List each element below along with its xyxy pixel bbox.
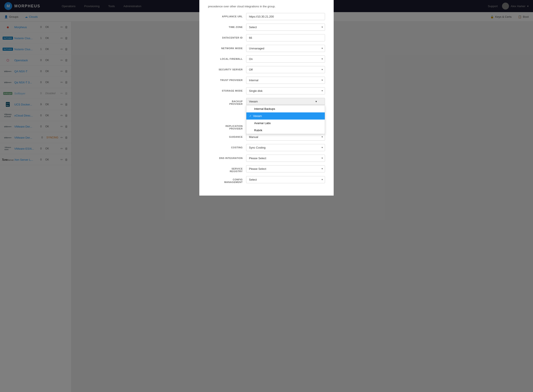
storage-mode-wrap: Single disk ▾ [246, 87, 325, 94]
config-management-label: CONFIGMANAGEMENT [208, 176, 243, 183]
backup-option-avamar[interactable]: Avamar Labs [246, 120, 325, 127]
service-registry-wrap: Please Select ▾ [246, 165, 325, 173]
dns-integration-label: DNS INTEGRATION [208, 155, 243, 159]
backup-provider-chevron-down-icon: ▾ [316, 100, 317, 103]
timezone-row: TIME ZONE Select ▾ [208, 23, 325, 31]
backup-option-internal-backups[interactable]: Internal Backups [246, 105, 325, 112]
backup-option-rubrik[interactable]: Rubrik [246, 127, 325, 134]
replication-provider-label: REPLICATIONPROVIDER [208, 123, 243, 130]
datacenter-id-wrap [246, 34, 325, 41]
backup-option-veeam[interactable]: ✓ Veeam [246, 112, 325, 120]
costing-row: COSTING Sync Costing ▾ [208, 144, 325, 151]
security-server-select[interactable]: Off [246, 66, 325, 73]
backup-provider-dropdown: Internal Backups ✓ Veeam Avamar Labs [246, 105, 325, 134]
modal-dialog: precedence over other cloud integrations… [199, 22, 334, 196]
dns-integration-row: DNS INTEGRATION Please Select ▾ [208, 155, 325, 162]
datacenter-id-row: DATACENTER ID [208, 34, 325, 41]
trust-provider-wrap: Internal ▾ [246, 77, 325, 84]
costing-wrap: Sync Costing ▾ [246, 144, 325, 151]
service-registry-label: SERVICEREGISTRY [208, 165, 243, 173]
modal-overlay: precedence over other cloud integrations… [0, 22, 533, 392]
guidance-label: GUIDANCE [208, 133, 243, 138]
local-firewall-row: LOCAL FIREWALL On ▾ [208, 56, 325, 63]
backup-provider-label: BACKUPPROVIDER [208, 98, 243, 105]
security-server-wrap: Off ▾ [246, 66, 325, 73]
local-firewall-select[interactable]: On [246, 56, 325, 63]
trust-provider-row: TRUST PROVIDER Internal ▾ [208, 77, 325, 84]
trust-provider-select[interactable]: Internal [246, 77, 325, 84]
storage-mode-label: STORAGE MODE [208, 87, 243, 92]
backup-provider-wrap: Veeam ▾ Internal Backups ✓ Veeam [246, 98, 325, 105]
datacenter-id-label: DATACENTER ID [208, 34, 243, 39]
dns-integration-select[interactable]: Please Select [246, 155, 325, 162]
dropdown-option-label: Rubrik [254, 129, 262, 132]
guidance-row: GUIDANCE Manual ▾ [208, 133, 325, 140]
dropdown-option-label: Avamar Labs [254, 121, 271, 125]
service-registry-row: SERVICEREGISTRY Please Select ▾ [208, 165, 325, 173]
backup-provider-row: BACKUPPROVIDER Veeam ▾ Internal Backups [208, 98, 325, 105]
network-mode-select[interactable]: Unmanaged [246, 45, 325, 52]
modal-body: precedence over other cloud integrations… [199, 22, 334, 196]
config-management-row: CONFIGMANAGEMENT Select ▾ [208, 176, 325, 183]
timezone-select[interactable]: Select [246, 23, 325, 31]
storage-mode-row: STORAGE MODE Single disk ▾ [208, 87, 325, 94]
config-management-select[interactable]: Select [246, 176, 325, 183]
security-server-row: SECURITY SERVER Off ▾ [208, 66, 325, 73]
costing-select[interactable]: Sync Costing [246, 144, 325, 151]
network-mode-row: NETWORK MODE Unmanaged ▾ [208, 45, 325, 52]
dropdown-option-label: Internal Backups [254, 107, 275, 110]
network-mode-label: NETWORK MODE [208, 45, 243, 50]
local-firewall-wrap: On ▾ [246, 56, 325, 63]
checkmark-icon: ✓ [249, 115, 251, 117]
datacenter-id-input[interactable] [246, 34, 325, 41]
guidance-select[interactable]: Manual [246, 133, 325, 140]
config-management-wrap: Select ▾ [246, 176, 325, 183]
trust-provider-label: TRUST PROVIDER [208, 77, 243, 81]
timezone-wrap: Select ▾ [246, 23, 325, 31]
guidance-wrap: Manual ▾ [246, 133, 325, 140]
backup-provider-select[interactable]: Veeam ▾ [246, 98, 325, 105]
timezone-label: TIME ZONE [208, 23, 243, 28]
service-registry-select[interactable]: Please Select [246, 165, 325, 173]
backup-provider-value: Veeam [249, 100, 258, 103]
main-content: ● Morpheus 0 OK ✏ 🗑 NUTANIX Nutanix Clus… [0, 22, 533, 392]
local-firewall-label: LOCAL FIREWALL [208, 56, 243, 60]
storage-mode-select[interactable]: Single disk [246, 87, 325, 94]
network-mode-wrap: Unmanaged ▾ [246, 45, 325, 52]
security-server-label: SECURITY SERVER [208, 66, 243, 71]
costing-label: COSTING [208, 144, 243, 149]
dropdown-option-label: Veeam [253, 114, 262, 118]
dns-integration-wrap: Please Select ▾ [246, 155, 325, 162]
